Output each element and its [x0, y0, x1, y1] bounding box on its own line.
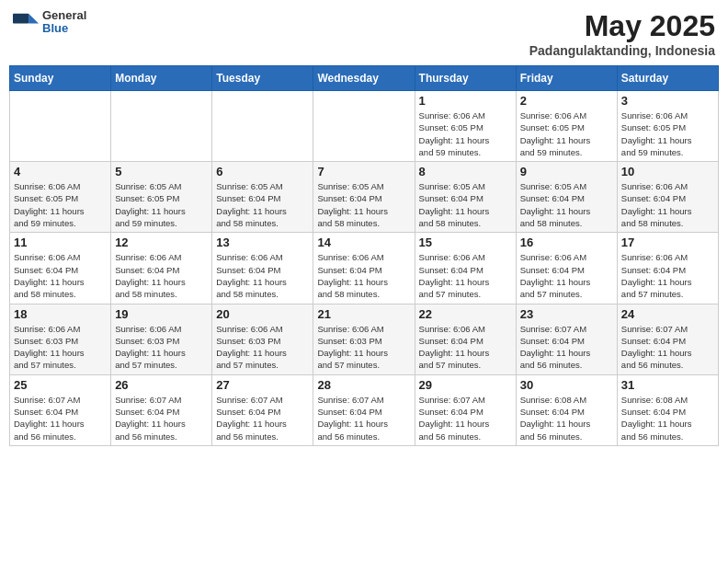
calendar-cell: 24Sunrise: 6:07 AMSunset: 6:04 PMDayligh…	[617, 304, 718, 374]
day-info: Sunrise: 6:05 AMSunset: 6:04 PMDaylight:…	[216, 180, 309, 229]
weekday-header-thursday: Thursday	[415, 66, 516, 91]
day-info: Sunrise: 6:06 AMSunset: 6:03 PMDaylight:…	[216, 323, 309, 372]
calendar-cell: 6Sunrise: 6:05 AMSunset: 6:04 PMDaylight…	[212, 162, 313, 233]
calendar-cell	[111, 91, 212, 162]
day-info: Sunrise: 6:06 AMSunset: 6:04 PMDaylight:…	[216, 251, 309, 300]
day-info: Sunrise: 6:07 AMSunset: 6:04 PMDaylight:…	[520, 323, 613, 372]
calendar-cell: 27Sunrise: 6:07 AMSunset: 6:04 PMDayligh…	[212, 374, 313, 445]
calendar-cell: 4Sunrise: 6:06 AMSunset: 6:05 PMDaylight…	[10, 162, 111, 233]
calendar-week-4: 18Sunrise: 6:06 AMSunset: 6:03 PMDayligh…	[10, 304, 719, 374]
calendar-cell: 3Sunrise: 6:06 AMSunset: 6:05 PMDaylight…	[617, 91, 718, 162]
calendar-cell: 25Sunrise: 6:07 AMSunset: 6:04 PMDayligh…	[10, 374, 111, 445]
day-info: Sunrise: 6:06 AMSunset: 6:05 PMDaylight:…	[621, 109, 714, 158]
day-number: 11	[14, 236, 107, 249]
day-info: Sunrise: 6:06 AMSunset: 6:04 PMDaylight:…	[419, 323, 512, 372]
calendar-cell: 22Sunrise: 6:06 AMSunset: 6:04 PMDayligh…	[415, 304, 516, 374]
day-number: 10	[621, 165, 714, 178]
day-number: 4	[14, 165, 107, 178]
logo-blue-text: Blue	[42, 22, 86, 35]
calendar-cell: 12Sunrise: 6:06 AMSunset: 6:04 PMDayligh…	[111, 233, 212, 304]
location-text: Padangulaktanding, Indonesia	[529, 43, 715, 58]
day-number: 27	[216, 378, 309, 392]
day-info: Sunrise: 6:07 AMSunset: 6:04 PMDaylight:…	[14, 394, 107, 442]
day-info: Sunrise: 6:08 AMSunset: 6:04 PMDaylight:…	[520, 394, 613, 442]
calendar-cell: 7Sunrise: 6:05 AMSunset: 6:04 PMDaylight…	[313, 162, 415, 233]
calendar-cell: 18Sunrise: 6:06 AMSunset: 6:03 PMDayligh…	[10, 304, 111, 374]
day-number: 30	[520, 378, 613, 392]
day-number: 21	[317, 307, 410, 321]
calendar-cell: 8Sunrise: 6:05 AMSunset: 6:04 PMDaylight…	[415, 162, 516, 233]
day-info: Sunrise: 6:06 AMSunset: 6:04 PMDaylight:…	[419, 251, 512, 300]
calendar-cell: 29Sunrise: 6:07 AMSunset: 6:04 PMDayligh…	[415, 374, 516, 445]
day-info: Sunrise: 6:07 AMSunset: 6:04 PMDaylight:…	[115, 394, 208, 442]
calendar-cell: 9Sunrise: 6:05 AMSunset: 6:04 PMDaylight…	[516, 162, 617, 233]
day-info: Sunrise: 6:05 AMSunset: 6:04 PMDaylight:…	[419, 180, 512, 229]
day-info: Sunrise: 6:07 AMSunset: 6:04 PMDaylight:…	[621, 323, 714, 372]
svg-rect-2	[13, 14, 28, 24]
page-header: General Blue May 2025 Padangulaktanding,…	[9, 9, 719, 58]
calendar-cell: 20Sunrise: 6:06 AMSunset: 6:03 PMDayligh…	[212, 304, 313, 374]
day-info: Sunrise: 6:06 AMSunset: 6:03 PMDaylight:…	[115, 323, 208, 372]
calendar-cell: 13Sunrise: 6:06 AMSunset: 6:04 PMDayligh…	[212, 233, 313, 304]
calendar-week-3: 11Sunrise: 6:06 AMSunset: 6:04 PMDayligh…	[10, 233, 719, 304]
day-number: 28	[317, 378, 410, 392]
day-info: Sunrise: 6:05 AMSunset: 6:05 PMDaylight:…	[115, 180, 208, 229]
weekday-header-monday: Monday	[111, 66, 212, 91]
weekday-header-sunday: Sunday	[10, 66, 111, 91]
day-info: Sunrise: 6:06 AMSunset: 6:04 PMDaylight:…	[115, 251, 208, 300]
logo-text: General Blue	[42, 9, 86, 36]
month-title: May 2025	[529, 9, 715, 43]
day-number: 5	[115, 165, 208, 178]
day-number: 29	[419, 378, 512, 392]
day-info: Sunrise: 6:06 AMSunset: 6:03 PMDaylight:…	[14, 323, 107, 372]
day-number: 16	[520, 236, 613, 249]
calendar-cell: 19Sunrise: 6:06 AMSunset: 6:03 PMDayligh…	[111, 304, 212, 374]
day-info: Sunrise: 6:07 AMSunset: 6:04 PMDaylight:…	[216, 394, 309, 442]
calendar-cell: 15Sunrise: 6:06 AMSunset: 6:04 PMDayligh…	[415, 233, 516, 304]
day-info: Sunrise: 6:05 AMSunset: 6:04 PMDaylight:…	[520, 180, 613, 229]
calendar-cell: 28Sunrise: 6:07 AMSunset: 6:04 PMDayligh…	[313, 374, 415, 445]
day-info: Sunrise: 6:06 AMSunset: 6:05 PMDaylight:…	[520, 109, 613, 158]
calendar-week-1: 1Sunrise: 6:06 AMSunset: 6:05 PMDaylight…	[10, 91, 719, 162]
day-info: Sunrise: 6:06 AMSunset: 6:05 PMDaylight:…	[14, 180, 107, 229]
day-info: Sunrise: 6:06 AMSunset: 6:05 PMDaylight:…	[419, 109, 512, 158]
day-number: 14	[317, 236, 410, 249]
day-info: Sunrise: 6:06 AMSunset: 6:04 PMDaylight:…	[621, 180, 714, 229]
day-info: Sunrise: 6:06 AMSunset: 6:04 PMDaylight:…	[317, 251, 410, 300]
day-number: 24	[621, 307, 714, 321]
day-number: 12	[115, 236, 208, 249]
calendar-cell: 1Sunrise: 6:06 AMSunset: 6:05 PMDaylight…	[415, 91, 516, 162]
day-info: Sunrise: 6:06 AMSunset: 6:04 PMDaylight:…	[14, 251, 107, 300]
day-info: Sunrise: 6:07 AMSunset: 6:04 PMDaylight:…	[419, 394, 512, 442]
calendar-cell: 16Sunrise: 6:06 AMSunset: 6:04 PMDayligh…	[516, 233, 617, 304]
calendar-cell: 17Sunrise: 6:06 AMSunset: 6:04 PMDayligh…	[617, 233, 718, 304]
day-info: Sunrise: 6:07 AMSunset: 6:04 PMDaylight:…	[317, 394, 410, 442]
calendar-cell: 30Sunrise: 6:08 AMSunset: 6:04 PMDayligh…	[516, 374, 617, 445]
calendar-cell: 14Sunrise: 6:06 AMSunset: 6:04 PMDayligh…	[313, 233, 415, 304]
logo: General Blue	[13, 9, 86, 36]
calendar-cell	[10, 91, 111, 162]
calendar-cell: 23Sunrise: 6:07 AMSunset: 6:04 PMDayligh…	[516, 304, 617, 374]
day-info: Sunrise: 6:08 AMSunset: 6:04 PMDaylight:…	[621, 394, 714, 442]
calendar-cell: 2Sunrise: 6:06 AMSunset: 6:05 PMDaylight…	[516, 91, 617, 162]
day-number: 9	[520, 165, 613, 178]
logo-general-text: General	[42, 9, 86, 22]
day-info: Sunrise: 6:06 AMSunset: 6:03 PMDaylight:…	[317, 323, 410, 372]
calendar-cell: 11Sunrise: 6:06 AMSunset: 6:04 PMDayligh…	[10, 233, 111, 304]
calendar-cell: 21Sunrise: 6:06 AMSunset: 6:03 PMDayligh…	[313, 304, 415, 374]
logo-icon	[13, 9, 39, 35]
day-number: 25	[14, 378, 107, 392]
day-number: 1	[419, 94, 512, 108]
day-number: 6	[216, 165, 309, 178]
calendar-week-5: 25Sunrise: 6:07 AMSunset: 6:04 PMDayligh…	[10, 374, 719, 445]
day-number: 23	[520, 307, 613, 321]
day-number: 26	[115, 378, 208, 392]
weekday-header-wednesday: Wednesday	[313, 66, 415, 91]
title-block: May 2025 Padangulaktanding, Indonesia	[529, 9, 715, 58]
day-number: 8	[419, 165, 512, 178]
calendar-cell: 26Sunrise: 6:07 AMSunset: 6:04 PMDayligh…	[111, 374, 212, 445]
weekday-header-friday: Friday	[516, 66, 617, 91]
day-number: 20	[216, 307, 309, 321]
calendar-cell	[313, 91, 415, 162]
calendar-cell: 10Sunrise: 6:06 AMSunset: 6:04 PMDayligh…	[617, 162, 718, 233]
